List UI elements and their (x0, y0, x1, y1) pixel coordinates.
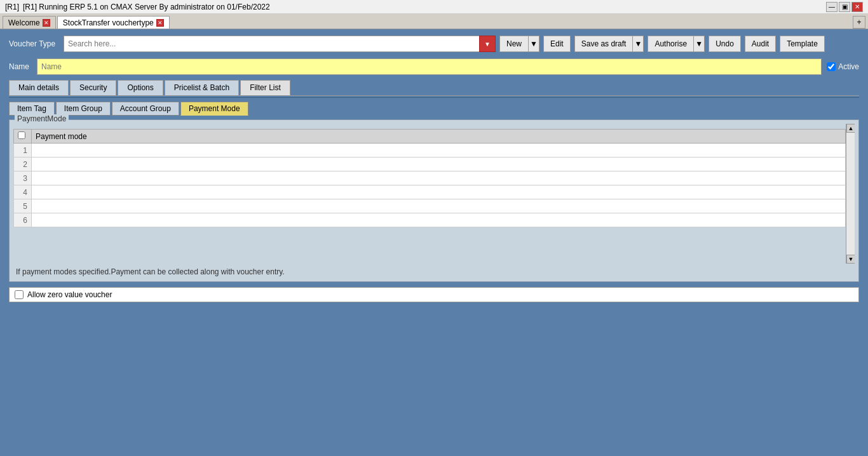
section-tabs: Main details Security Options Pricelist … (9, 80, 859, 96)
sub-tabs: Item Tag Item Group Account Group Paymen… (9, 102, 859, 116)
row-num-4: 4 (14, 185, 32, 199)
allow-zero-label: Allow zero value voucher (27, 290, 112, 299)
payment-mode-info: If payment modes specified.Payment can b… (13, 266, 855, 278)
undo-button[interactable]: Undo (709, 36, 741, 52)
minimize-button[interactable]: — (826, 2, 837, 12)
row-num-3: 3 (14, 171, 32, 185)
sub-tab-item-tag[interactable]: Item Tag (9, 102, 55, 116)
authorise-button-group: Authorise ▼ (648, 36, 705, 52)
tab-bar: Welcome ✕ StockTransfer vouchertype ✕ + (0, 14, 868, 29)
name-row: Name Active (9, 58, 859, 75)
table-row: 5 (14, 199, 846, 213)
dropdown-arrow-icon: ▼ (484, 41, 491, 48)
allow-zero-checkbox[interactable] (15, 290, 24, 299)
tab-stocktransfer-close[interactable]: ✕ (156, 19, 164, 27)
tab-welcome-close[interactable]: ✕ (43, 19, 50, 27)
toolbar-row: Voucher Type ▼ New ▼ Edit Save as draft … (9, 36, 859, 52)
row-cell-2[interactable] (32, 158, 846, 171)
row-num-1: 1 (14, 144, 32, 158)
search-container: ▼ (64, 36, 496, 52)
table-scrollbar[interactable]: ▲ ▼ (846, 124, 855, 264)
row-num-5: 5 (14, 199, 32, 213)
tab-welcome[interactable]: Welcome ✕ (3, 16, 56, 29)
app-icon: [R1] (5, 3, 19, 11)
name-label: Name (9, 62, 32, 71)
table-row: 2 (14, 158, 846, 171)
close-button[interactable]: ✕ (851, 2, 863, 12)
table-row: 4 (14, 185, 846, 199)
tab-main-details[interactable]: Main details (9, 80, 69, 95)
payment-table-wrapper[interactable]: Payment mode 1 2 (13, 124, 846, 264)
row-cell-3[interactable] (32, 171, 846, 185)
tab-options[interactable]: Options (118, 80, 163, 95)
payment-table: Payment mode 1 2 (13, 129, 846, 227)
edit-button[interactable]: Edit (543, 36, 571, 52)
tab-welcome-label: Welcome (8, 18, 40, 27)
active-label: Active (838, 62, 859, 71)
payment-mode-header: Payment mode (32, 130, 846, 144)
active-checkbox[interactable] (827, 62, 836, 71)
tab-pricelist-batch[interactable]: Pricelist & Batch (165, 80, 239, 95)
payment-table-scroll: Payment mode 1 2 (13, 124, 855, 264)
row-cell-5[interactable] (32, 199, 846, 213)
save-dropdown-button[interactable]: ▼ (632, 36, 644, 52)
row-cell-1[interactable] (32, 144, 846, 158)
authorise-dropdown-button[interactable]: ▼ (693, 36, 705, 52)
main-content: Voucher Type ▼ New ▼ Edit Save as draft … (0, 29, 868, 309)
payment-mode-group: PaymentMode Payment mode (9, 119, 859, 282)
new-button[interactable]: New (499, 36, 528, 52)
template-button[interactable]: Template (780, 36, 825, 52)
new-dropdown-button[interactable]: ▼ (528, 36, 539, 52)
authorise-button[interactable]: Authorise (648, 36, 693, 52)
tab-stocktransfer[interactable]: StockTransfer vouchertype ✕ (57, 16, 170, 29)
tab-filter-list[interactable]: Filter List (240, 80, 290, 95)
name-input[interactable] (37, 58, 822, 75)
row-cell-4[interactable] (32, 185, 846, 199)
save-arrow-icon: ▼ (634, 39, 642, 48)
tab-stocktransfer-label: StockTransfer vouchertype (63, 18, 154, 27)
sub-tab-item-group[interactable]: Item Group (56, 102, 111, 116)
table-row: 3 (14, 171, 846, 185)
content-panel: PaymentMode Payment mode (9, 119, 859, 302)
new-button-group: New ▼ (499, 36, 539, 52)
tab-add-button[interactable]: + (853, 16, 865, 29)
table-row: 6 (14, 213, 846, 227)
window-title: [R1] Running ERP 5.1 on CMAX Server By a… (23, 3, 270, 11)
title-bar: [R1] [R1] Running ERP 5.1 on CMAX Server… (0, 0, 868, 14)
active-checkbox-label: Active (827, 62, 859, 71)
row-cell-6[interactable] (32, 213, 846, 227)
audit-button[interactable]: Audit (745, 36, 776, 52)
save-as-draft-button[interactable]: Save as draft (574, 36, 633, 52)
sub-tab-account-group[interactable]: Account Group (112, 102, 179, 116)
table-row: 1 (14, 144, 846, 158)
scroll-down-button[interactable]: ▼ (846, 255, 855, 264)
row-num-6: 6 (14, 213, 32, 227)
tab-security[interactable]: Security (70, 80, 116, 95)
allow-zero-row: Allow zero value voucher (9, 287, 859, 302)
authorise-arrow-icon: ▼ (695, 39, 703, 48)
sub-tab-payment-mode[interactable]: Payment Mode (180, 102, 248, 116)
voucher-type-label: Voucher Type (9, 39, 60, 48)
scroll-track (846, 133, 855, 255)
header-checkbox[interactable] (18, 131, 25, 139)
scroll-up-button[interactable]: ▲ (846, 124, 855, 133)
save-as-draft-button-group: Save as draft ▼ (574, 36, 644, 52)
maximize-button[interactable]: ▣ (839, 2, 850, 12)
new-arrow-icon: ▼ (530, 39, 538, 48)
header-checkbox-col (14, 130, 32, 144)
row-num-2: 2 (14, 158, 32, 171)
voucher-type-search[interactable] (64, 36, 496, 52)
search-dropdown-button[interactable]: ▼ (479, 36, 496, 52)
payment-mode-legend: PaymentMode (15, 114, 69, 123)
separator (9, 97, 859, 98)
